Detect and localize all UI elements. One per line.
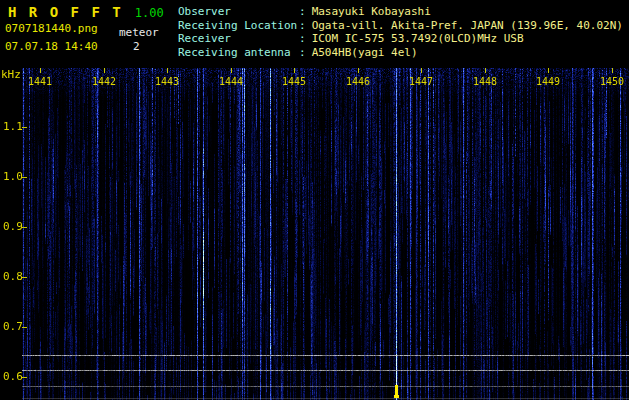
time-axis-tick: [485, 68, 486, 73]
mode-label: meteor: [119, 26, 159, 39]
info-value: ICOM IC-575 53.7492(0LCD)MHz USB: [312, 32, 524, 46]
frequency-tick-label: 0.7: [3, 320, 23, 333]
frequency-axis-unit: kHz: [1, 68, 21, 81]
meteor-count: 2: [133, 40, 140, 53]
info-colon: :: [299, 19, 306, 33]
info-colon: :: [299, 32, 306, 46]
time-axis-tick: [612, 68, 613, 73]
time-axis-tick: [421, 68, 422, 73]
time-axis-tick: [40, 68, 41, 73]
info-value: Ogata-vill. Akita-Pref. JAPAN (139.96E, …: [312, 19, 623, 33]
time-tick-label: 1445: [280, 76, 308, 87]
time-axis-tick: [104, 68, 105, 73]
time-tick-label: 1450: [598, 76, 626, 87]
time-axis-tick: [167, 68, 168, 73]
info-row-receiving-antenna: Receiving antenna:A504HB(yagi 4el): [178, 46, 623, 60]
info-row-observer: Observer:Masayuki Kobayashi: [178, 5, 623, 19]
hrofft-window: H R O F F T 1.00 0707181440.png meteor 0…: [0, 0, 629, 400]
time-tick-label: 1444: [217, 76, 245, 87]
info-colon: :: [299, 46, 306, 60]
app-title: H R O F F T: [8, 4, 123, 20]
time-axis-tick: [231, 68, 232, 73]
header-title-row: H R O F F T 1.00: [8, 4, 164, 20]
filename-label: 0707181440.png: [5, 22, 98, 35]
frequency-axis-tick: [22, 227, 27, 228]
spectrogram-canvas: [22, 68, 629, 400]
frequency-tick-label: 1.1: [3, 120, 23, 133]
time-axis-tick: [294, 68, 295, 73]
time-axis-tick: [358, 68, 359, 73]
info-colon: :: [299, 5, 306, 19]
info-value: A504HB(yagi 4el): [312, 46, 418, 60]
frequency-axis-tick: [22, 127, 27, 128]
observation-datetime: 07.07.18 14:40: [5, 40, 98, 53]
info-label: Receiver: [178, 32, 299, 46]
frequency-axis-tick: [22, 177, 27, 178]
time-tick-label: 1441: [26, 76, 54, 87]
frequency-axis-tick: [22, 327, 27, 328]
time-tick-label: 1448: [471, 76, 499, 87]
info-value: Masayuki Kobayashi: [312, 5, 431, 19]
info-label: Receiving Location: [178, 19, 299, 33]
info-label: Observer: [178, 5, 299, 19]
frequency-axis-tick: [22, 277, 27, 278]
frequency-tick-label: 1.0: [3, 170, 23, 183]
frequency-axis-tick: [22, 377, 27, 378]
info-label: Receiving antenna: [178, 46, 299, 60]
time-tick-label: 1443: [153, 76, 181, 87]
station-info: Observer:Masayuki Kobayashi Receiving Lo…: [178, 5, 623, 59]
time-axis-tick: [548, 68, 549, 73]
time-tick-label: 1446: [344, 76, 372, 87]
frequency-tick-label: 0.9: [3, 220, 23, 233]
info-row-receiver: Receiver:ICOM IC-575 53.7492(0LCD)MHz US…: [178, 32, 623, 46]
time-tick-label: 1449: [534, 76, 562, 87]
info-row-receiving-location: Receiving Location:Ogata-vill. Akita-Pre…: [178, 19, 623, 33]
frequency-tick-label: 0.8: [3, 270, 23, 283]
app-version: 1.00: [135, 6, 164, 20]
time-tick-label: 1442: [90, 76, 118, 87]
time-tick-label: 1447: [407, 76, 435, 87]
frequency-tick-label: 0.6: [3, 370, 23, 383]
